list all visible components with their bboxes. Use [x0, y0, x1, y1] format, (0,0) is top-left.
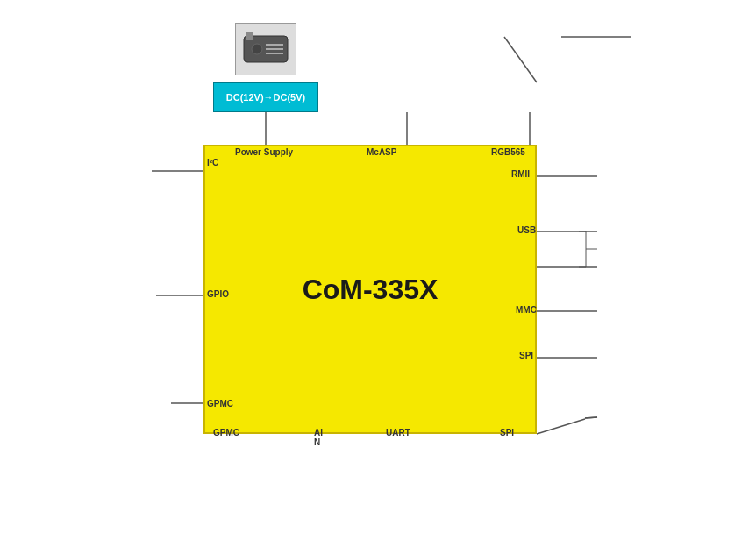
- chip-label-spi-r: SPI: [519, 351, 533, 360]
- chip-label-gpio: GPIO: [207, 289, 229, 299]
- central-chip: CoM-335X: [203, 145, 537, 434]
- chip-label-i2c: I²C: [207, 158, 218, 167]
- chip-label-gpmc: GPMC: [207, 399, 233, 409]
- chip-label-mcasp: McASP: [367, 147, 396, 157]
- chip-label-ain: AIN: [314, 428, 323, 447]
- dc-converter-box: DC(12V)→DC(5V): [213, 82, 318, 112]
- chip-label-spi-b: SPI: [500, 428, 514, 437]
- svg-point-25: [252, 44, 262, 54]
- chip-label-usb: USB: [517, 225, 536, 235]
- svg-line-22: [585, 417, 597, 418]
- svg-line-17: [537, 419, 585, 434]
- chip-label-power: Power Supply: [235, 147, 293, 157]
- chip-label-rmii: RMII: [511, 169, 530, 179]
- chip-label-mmc: MMC: [516, 305, 537, 315]
- svg-line-3: [504, 37, 537, 82]
- chip-label-rgb: RGB565: [491, 147, 525, 157]
- svg-line-10: [585, 417, 597, 418]
- power-supply-image: [235, 23, 296, 75]
- chip-label: CoM-335X: [303, 274, 439, 306]
- chip-label-gpmc-b: GPMC: [213, 428, 239, 437]
- chip-label-uart: UART: [386, 428, 410, 437]
- block-diagram: CoM-335X I²C GPIO GPMC Power Supply McAS…: [0, 0, 756, 540]
- dc-converter-label: DC(12V)→DC(5V): [226, 91, 305, 103]
- svg-rect-24: [246, 32, 253, 40]
